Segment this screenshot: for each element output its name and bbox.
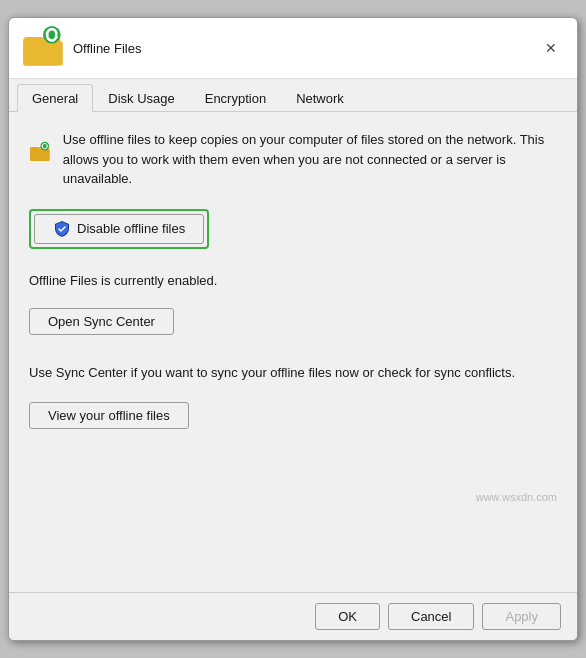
intro-section: Use offline files to keep copies on your… — [29, 130, 557, 189]
tabs-bar: General Disk Usage Encryption Network — [9, 79, 577, 112]
disable-offline-files-button[interactable]: Disable offline files — [34, 214, 204, 244]
intro-text: Use offline files to keep copies on your… — [63, 130, 557, 189]
window-title: Offline Files — [73, 41, 141, 56]
close-button[interactable]: ✕ — [537, 34, 565, 62]
sync-description: Use Sync Center if you want to sync your… — [29, 363, 557, 383]
open-sync-center-button[interactable]: Open Sync Center — [29, 308, 174, 335]
disable-offline-files-label: Disable offline files — [77, 221, 185, 236]
cancel-button[interactable]: Cancel — [388, 603, 474, 630]
apply-button: Apply — [482, 603, 561, 630]
shield-icon — [53, 220, 71, 238]
window-icon — [21, 26, 65, 70]
tab-general[interactable]: General — [17, 84, 93, 112]
view-offline-files-button[interactable]: View your offline files — [29, 402, 189, 429]
tab-encryption[interactable]: Encryption — [190, 84, 281, 112]
title-bar-left: Offline Files — [21, 26, 141, 70]
ok-button[interactable]: OK — [315, 603, 380, 630]
watermark: www.wsxdn.com — [476, 491, 557, 503]
disable-highlight-box: Disable offline files — [29, 209, 209, 249]
footer: OK Cancel Apply — [9, 592, 577, 640]
content-area: Use offline files to keep copies on your… — [9, 112, 577, 592]
title-bar: Offline Files ✕ — [9, 18, 577, 79]
tab-disk-usage[interactable]: Disk Usage — [93, 84, 189, 112]
status-text: Offline Files is currently enabled. — [29, 273, 557, 288]
offline-files-window: Offline Files ✕ General Disk Usage Encry… — [8, 17, 578, 641]
folder-sync-icon — [29, 130, 51, 174]
tab-network[interactable]: Network — [281, 84, 359, 112]
